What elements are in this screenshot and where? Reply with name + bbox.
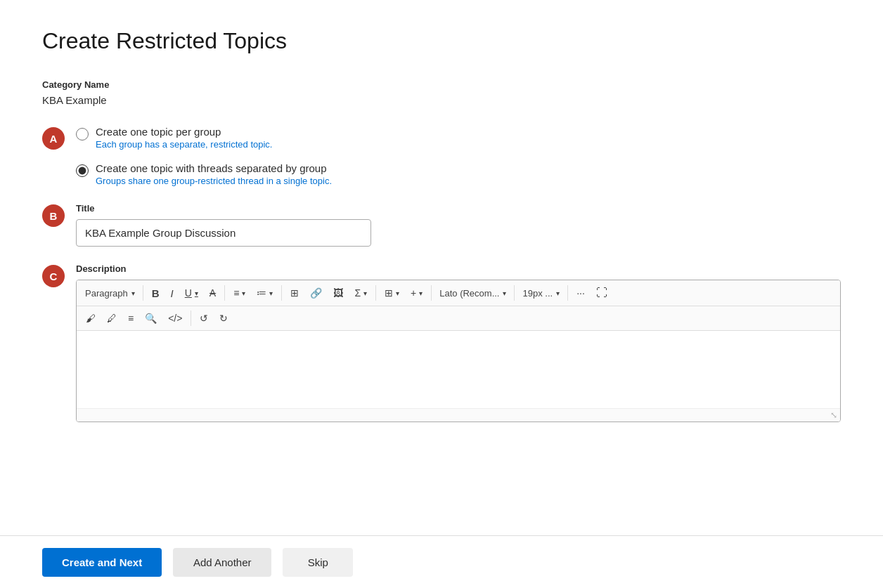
grid-button[interactable]: ⊞▾ — [380, 284, 404, 302]
redo-button[interactable]: ↻ — [214, 309, 233, 327]
highlight-button[interactable]: 🖊 — [102, 309, 122, 327]
strikethrough-button[interactable]: A — [205, 284, 221, 302]
italic-button[interactable]: I — [166, 284, 179, 303]
radio-label-one-per-group: Create one topic per group — [96, 126, 272, 138]
separator-5 — [431, 285, 432, 301]
radio-input-threads-by-group[interactable] — [76, 164, 89, 177]
underline-button[interactable]: U▾ — [180, 284, 203, 302]
link-button[interactable]: 🔗 — [305, 284, 327, 302]
radio-option-one-per-group[interactable]: Create one topic per group Each group ha… — [76, 126, 332, 150]
topic-type-radio-group: Create one topic per group Each group ha… — [76, 126, 332, 186]
editor-toolbar-row2: 🖌 🖊 ≡ 🔍 </> ↺ ↻ — [77, 306, 840, 331]
fullscreen-button[interactable]: ⛶ — [591, 283, 612, 303]
image-button[interactable]: 🖼 — [328, 284, 348, 302]
category-section: Category Name KBA Example — [42, 79, 841, 106]
step-a-badge: A — [42, 127, 65, 150]
title-field-container: Title — [76, 203, 841, 247]
title-field-label: Title — [76, 203, 841, 214]
radio-label-threads-by-group: Create one topic with threads separated … — [96, 162, 332, 174]
category-value: KBA Example — [42, 94, 841, 106]
separator-7 — [567, 285, 568, 301]
list-button[interactable]: ≔▾ — [252, 284, 278, 302]
bold-button[interactable]: B — [147, 284, 165, 303]
create-and-next-button[interactable]: Create and Next — [42, 548, 162, 577]
radio-option-threads-by-group[interactable]: Create one topic with threads separated … — [76, 162, 332, 186]
table-insert-button[interactable]: ⊞ — [285, 284, 304, 302]
skip-button[interactable]: Skip — [283, 548, 353, 577]
font-label: Lato (Recom... — [439, 288, 499, 299]
footer-bar: Create and Next Add Another Skip — [0, 535, 883, 588]
align-button[interactable]: ≡▾ — [228, 284, 250, 302]
radio-input-one-per-group[interactable] — [76, 128, 89, 141]
step-a-section: A Create one topic per group Each group … — [42, 126, 841, 186]
font-dropdown[interactable]: Lato (Recom... ▾ — [435, 285, 510, 301]
code-view-button[interactable]: </> — [163, 309, 187, 327]
editor-toolbar-row1: Paragraph ▾ B I U▾ A ≡▾ ≔▾ ⊞ 🔗 🖼 Σ▾ — [77, 280, 840, 306]
resize-icon: ⤡ — [830, 410, 837, 420]
editor-resize-handle: ⤡ — [77, 408, 840, 422]
editor-body[interactable] — [77, 331, 840, 408]
separator-4 — [375, 285, 376, 301]
page-title: Create Restricted Topics — [42, 28, 841, 54]
description-field-label: Description — [76, 263, 841, 274]
separator-6 — [514, 285, 515, 301]
undo-button[interactable]: ↺ — [195, 309, 213, 327]
add-button[interactable]: +▾ — [406, 284, 427, 302]
radio-sublabel-one-per-group: Each group has a separate, restricted to… — [96, 139, 272, 150]
format-paint-button[interactable]: 🖌 — [81, 309, 101, 327]
size-dropdown[interactable]: 19px ... ▾ — [518, 285, 564, 301]
separator-1 — [143, 285, 143, 301]
description-editor: Paragraph ▾ B I U▾ A ≡▾ ≔▾ ⊞ 🔗 🖼 Σ▾ — [76, 280, 841, 422]
formula-button[interactable]: Σ▾ — [349, 284, 372, 302]
separator-3 — [281, 285, 282, 301]
step-c-badge: C — [42, 265, 65, 287]
paragraph-label: Paragraph — [85, 288, 128, 299]
step-b-badge: B — [42, 204, 65, 227]
description-field-container: Description Paragraph ▾ B I U▾ A ≡▾ ≔▾ — [76, 263, 841, 422]
more-options-button[interactable]: ··· — [572, 284, 590, 302]
separator-2 — [224, 285, 225, 301]
size-chevron-icon: ▾ — [556, 289, 560, 297]
title-input[interactable] — [76, 219, 371, 247]
indent-button[interactable]: ≡ — [123, 309, 138, 327]
category-label: Category Name — [42, 79, 841, 90]
separator-8 — [191, 311, 191, 326]
add-another-button[interactable]: Add Another — [173, 548, 271, 577]
paragraph-dropdown[interactable]: Paragraph ▾ — [81, 285, 139, 301]
step-c-section: C Description Paragraph ▾ B I U▾ A ≡▾ — [42, 263, 841, 422]
size-label: 19px ... — [522, 288, 553, 299]
radio-sublabel-threads-by-group: Groups share one group-restricted thread… — [96, 176, 332, 186]
paragraph-chevron-icon: ▾ — [131, 289, 135, 297]
page-container: Create Restricted Topics Category Name K… — [0, 0, 883, 509]
font-chevron-icon: ▾ — [503, 289, 506, 297]
step-b-section: B Title — [42, 203, 841, 247]
search-replace-button[interactable]: 🔍 — [140, 309, 162, 327]
